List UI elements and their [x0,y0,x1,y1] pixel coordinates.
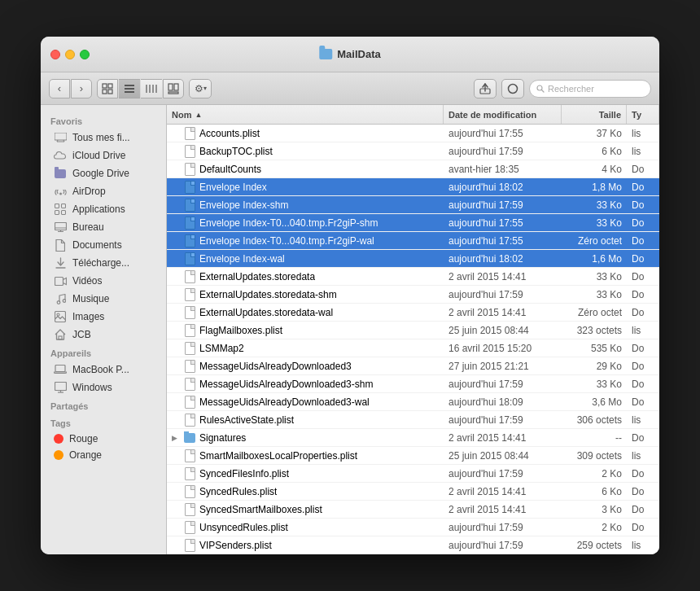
table-row[interactable]: SyncedFilesInfo.plistaujourd'hui 17:592 … [167,465,659,483]
file-name-cell: MessageUidsAlreadyDownloaded3 [167,360,444,373]
sidebar-item-macbook[interactable]: MacBook P... [44,361,163,379]
table-row[interactable]: FlagMailboxes.plist25 juin 2015 08:44323… [167,322,659,339]
table-row[interactable]: Envelope Index-walaujourd'hui 18:021,6 M… [167,250,659,268]
table-row[interactable]: Envelope Index-shmaujourd'hui 17:5933 Ko… [167,196,659,214]
file-size: 6 Ko [562,486,627,497]
file-name-cell: ExternalUpdates.storedata-wal [167,306,444,319]
table-row[interactable]: MessageUidsAlreadyDownloaded3-walaujourd… [167,393,659,411]
file-name-text: VIPSenders.plist [199,540,272,551]
sidebar-item-videos[interactable]: Vidéos [44,272,163,290]
close-button[interactable] [50,50,60,59]
sidebar-item-telechargements[interactable]: Télécharge... [44,254,163,272]
file-name-text: FlagMailboxes.plist [199,325,282,336]
table-row[interactable]: LSMMap216 avril 2015 15:20535 KoDo [167,339,659,357]
view-icon-button[interactable] [97,79,118,98]
svg-rect-1 [108,84,112,88]
file-type: Do [627,396,659,408]
table-row[interactable]: ExternalUpdates.storedata2 avril 2015 14… [167,268,659,286]
images-icon [54,310,67,323]
share-icon [479,82,491,95]
toolbar: ‹ › [41,72,659,105]
sidebar-item-musique[interactable]: Musique [44,290,163,308]
file-size: 2 Ko [562,468,627,479]
file-type: Do [627,164,659,175]
file-type: lis [627,325,659,336]
col-header-size[interactable]: Taille [562,105,627,124]
search-box[interactable]: Rechercher [529,80,651,98]
sidebar-item-rouge[interactable]: Rouge [44,431,163,447]
file-date: aujourd'hui 17:59 [444,146,562,157]
file-type: Do [627,486,659,497]
sidebar-item-orange[interactable]: Orange [44,447,163,463]
file-type: Do [627,217,659,229]
action-button[interactable]: ⚙▾ [189,79,212,98]
sidebar-item-applications[interactable]: Applications [44,200,163,218]
svg-rect-40 [55,366,65,372]
sidebar-label: Vidéos [72,275,102,287]
minimize-button[interactable] [65,50,75,59]
table-row[interactable]: Envelope Index-T0...040.tmp.Fr2giP-shmau… [167,214,659,232]
file-type: Do [627,343,659,354]
table-row[interactable]: BackupTOC.plistaujourd'hui 17:596 Kolis [167,142,659,160]
view-column-button[interactable] [141,79,162,98]
sidebar-item-documents[interactable]: Documents [44,236,163,254]
col-header-type[interactable]: Ty [627,105,659,124]
file-type: Do [627,235,659,247]
sidebar-label: Windows [72,382,112,393]
file-name-cell: Envelope Index-T0...040.tmp.Fr2giP-wal [167,234,444,247]
table-row[interactable]: ExternalUpdates.storedata-wal2 avril 201… [167,304,659,322]
svg-rect-41 [55,383,66,391]
svg-point-16 [509,84,518,93]
expand-arrow[interactable]: ▶ [172,434,180,442]
table-row[interactable]: ExternalUpdates.storedata-shmaujourd'hui… [167,286,659,304]
bureau-icon [54,221,67,234]
sidebar-label: Google Drive [72,168,129,179]
maximize-button[interactable] [80,50,90,59]
file-name-text: Envelope Index [199,182,267,193]
table-row[interactable]: RulesActiveState.plistaujourd'hui 17:593… [167,411,659,429]
file-date: 25 juin 2015 08:44 [444,325,562,336]
file-size: 535 Ko [562,343,627,354]
table-row[interactable]: SmartMailboxesLocalProperties.plist25 ju… [167,447,659,465]
title-folder-icon [319,49,332,59]
table-row[interactable]: ▶Signatures2 avril 2015 14:41--Do [167,429,659,447]
col-header-name[interactable]: Nom ▲ [167,105,444,124]
file-type: Do [627,379,659,390]
file-name-text: MessageUidsAlreadyDownloaded3-wal [199,396,370,408]
file-icon [184,199,195,212]
sidebar-item-airdrop[interactable]: AirDrop [44,182,163,200]
sidebar-item-tous-mes[interactable]: Tous mes fi... [44,129,163,147]
airdrop-icon [54,185,67,198]
sidebar-label: AirDrop [72,186,106,197]
window-title: MailData [319,48,380,60]
sidebar-label: Musique [72,293,109,304]
file-name-cell: LSMMap2 [167,342,444,355]
file-type: Do [627,522,659,533]
tag-button[interactable] [501,79,524,98]
table-row[interactable]: SyncedRules.plist2 avril 2015 14:416 KoD… [167,483,659,501]
sidebar-item-icloud[interactable]: iCloud Drive [44,147,163,164]
view-gallery-button[interactable] [163,79,184,98]
share-button[interactable] [474,79,497,98]
table-row[interactable]: DefaultCountsavant-hier 18:354 KoDo [167,160,659,178]
table-row[interactable]: VIPSenders.plistaujourd'hui 17:59259 oct… [167,536,659,554]
sidebar-label: Documents [72,239,122,251]
table-row[interactable]: Envelope Indexaujourd'hui 18:021,8 MoDo [167,178,659,196]
sidebar-item-windows[interactable]: Windows [44,379,163,396]
sidebar-item-images[interactable]: Images [44,308,163,326]
sidebar-item-google-drive[interactable]: Google Drive [44,164,163,182]
view-list-button[interactable] [119,79,140,98]
back-button[interactable]: ‹ [49,79,70,98]
file-name-text: RulesActiveState.plist [199,414,294,426]
table-row[interactable]: MessageUidsAlreadyDownloaded3-shmaujourd… [167,375,659,393]
table-row[interactable]: Envelope Index-T0...040.tmp.Fr2giP-walau… [167,232,659,250]
table-row[interactable]: MessageUidsAlreadyDownloaded327 juin 201… [167,357,659,375]
col-header-date[interactable]: Date de modification [444,105,562,124]
table-row[interactable]: UnsyncedRules.plistaujourd'hui 17:592 Ko… [167,519,659,536]
table-row[interactable]: Accounts.plistaujourd'hui 17:5537 Kolis [167,125,659,142]
file-type: lis [627,540,659,551]
table-row[interactable]: SyncedSmartMailboxes.plist2 avril 2015 1… [167,501,659,519]
sidebar-item-bureau[interactable]: Bureau [44,218,163,236]
forward-button[interactable]: › [71,79,92,98]
sidebar-item-jcb[interactable]: JCB [44,326,163,344]
